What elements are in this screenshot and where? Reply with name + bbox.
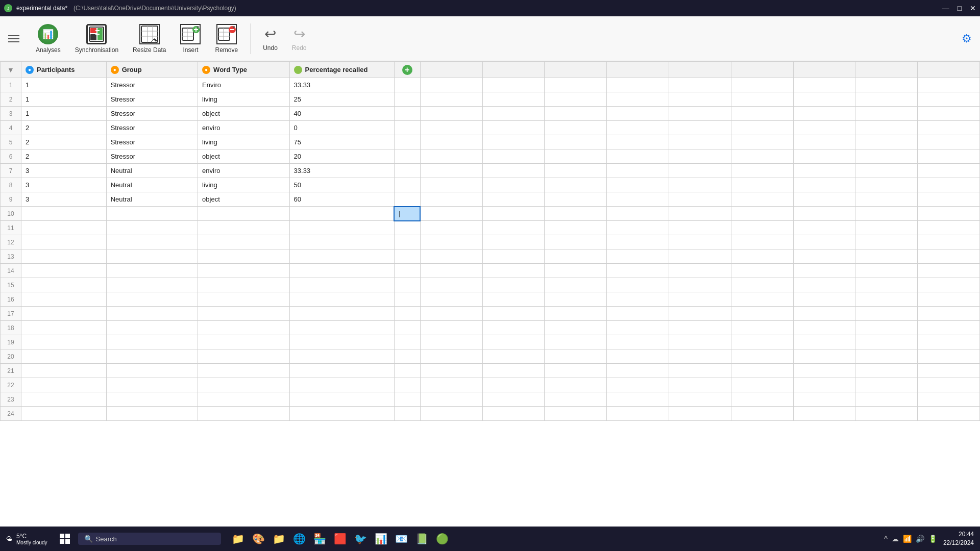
- cell-empty[interactable]: [669, 392, 731, 407]
- cell-empty[interactable]: [918, 92, 980, 107]
- cell-participants[interactable]: 1: [21, 78, 107, 92]
- cell-empty[interactable]: [607, 307, 669, 321]
- cell-participants[interactable]: [21, 307, 107, 321]
- taskbar-app-paint[interactable]: 🎨: [250, 530, 268, 548]
- cell-empty[interactable]: [731, 364, 793, 378]
- taskbar-app-folder[interactable]: 📁: [270, 530, 288, 548]
- cell-empty[interactable]: [669, 349, 731, 364]
- cell-empty[interactable]: [731, 164, 793, 178]
- cell-empty[interactable]: [420, 307, 482, 321]
- cell-extra-add[interactable]: [394, 121, 420, 135]
- taskbar-app-excel[interactable]: 📊: [372, 530, 390, 548]
- cell-percentage[interactable]: [289, 392, 394, 407]
- cell-empty[interactable]: [482, 235, 545, 249]
- cell-empty[interactable]: [669, 264, 731, 278]
- cell-empty[interactable]: [855, 307, 918, 321]
- cell-percentage[interactable]: [289, 335, 394, 349]
- cell-empty[interactable]: [855, 335, 918, 349]
- cell-empty[interactable]: [731, 292, 793, 307]
- cell-empty[interactable]: [669, 278, 731, 292]
- cell-empty[interactable]: [420, 207, 482, 221]
- cell-empty[interactable]: [482, 249, 545, 264]
- cell-empty[interactable]: [545, 121, 607, 135]
- cell-empty[interactable]: [607, 321, 669, 335]
- cell-group[interactable]: [106, 292, 198, 307]
- cell-empty[interactable]: [420, 292, 482, 307]
- cell-empty[interactable]: [420, 249, 482, 264]
- cell-empty[interactable]: [793, 235, 855, 249]
- cell-empty[interactable]: [482, 221, 545, 235]
- cell-group[interactable]: Neutral: [106, 178, 198, 192]
- cell-participants[interactable]: 1: [21, 107, 107, 121]
- cell-empty[interactable]: [545, 307, 607, 321]
- cell-group[interactable]: [106, 349, 198, 364]
- cell-extra-add[interactable]: [394, 349, 420, 364]
- cell-empty[interactable]: [669, 321, 731, 335]
- cell-empty[interactable]: [855, 407, 918, 421]
- cell-empty[interactable]: [669, 121, 731, 135]
- cell-empty[interactable]: [545, 378, 607, 392]
- cell-empty[interactable]: [482, 207, 545, 221]
- cell-empty[interactable]: [607, 392, 669, 407]
- cell-empty[interactable]: [545, 292, 607, 307]
- cell-empty[interactable]: [669, 364, 731, 378]
- cell-empty[interactable]: [855, 107, 918, 121]
- cell-empty[interactable]: [731, 235, 793, 249]
- cell-empty[interactable]: [482, 121, 545, 135]
- cell-extra-add[interactable]: [394, 378, 420, 392]
- cell-empty[interactable]: [607, 278, 669, 292]
- cell-extra-add[interactable]: [394, 335, 420, 349]
- cell-participants[interactable]: 3: [21, 164, 107, 178]
- cell-empty[interactable]: [918, 264, 980, 278]
- cell-empty[interactable]: [731, 321, 793, 335]
- cell-percentage[interactable]: 20: [289, 149, 394, 164]
- cell-extra-add[interactable]: [394, 264, 420, 278]
- cell-group[interactable]: [106, 321, 198, 335]
- cell-empty[interactable]: [669, 221, 731, 235]
- redo-button[interactable]: ↪ Redo: [286, 22, 313, 55]
- cell-empty[interactable]: [669, 292, 731, 307]
- cell-empty[interactable]: [731, 207, 793, 221]
- cell-group[interactable]: Stressor: [106, 92, 198, 107]
- cell-empty[interactable]: [918, 178, 980, 192]
- cell-group[interactable]: [106, 278, 198, 292]
- cell-participants[interactable]: 2: [21, 121, 107, 135]
- cell-empty[interactable]: [855, 392, 918, 407]
- cell-wordtype[interactable]: [198, 407, 289, 421]
- cell-empty[interactable]: [855, 349, 918, 364]
- cell-wordtype[interactable]: [198, 264, 289, 278]
- cell-empty[interactable]: [545, 149, 607, 164]
- cell-empty[interactable]: [855, 149, 918, 164]
- cell-empty[interactable]: [545, 192, 607, 207]
- cell-participants[interactable]: [21, 378, 107, 392]
- taskbar-search-box[interactable]: 🔍 Search: [78, 533, 221, 545]
- cell-wordtype[interactable]: object: [198, 192, 289, 207]
- cell-empty[interactable]: [607, 178, 669, 192]
- cell-empty[interactable]: [793, 249, 855, 264]
- cell-group[interactable]: Neutral: [106, 192, 198, 207]
- taskbar-app-jamovi[interactable]: 🟢: [433, 530, 452, 548]
- cell-empty[interactable]: [669, 92, 731, 107]
- cell-empty[interactable]: [607, 249, 669, 264]
- cell-wordtype[interactable]: [198, 235, 289, 249]
- cell-percentage[interactable]: [289, 221, 394, 235]
- cell-empty[interactable]: [420, 407, 482, 421]
- cell-empty[interactable]: [918, 307, 980, 321]
- cell-group[interactable]: [106, 364, 198, 378]
- cell-empty[interactable]: [607, 335, 669, 349]
- col-header-percentage[interactable]: ✏ Percentage recalled: [289, 62, 394, 78]
- cell-participants[interactable]: 1: [21, 92, 107, 107]
- cell-empty[interactable]: [545, 392, 607, 407]
- cell-percentage[interactable]: [289, 378, 394, 392]
- cell-empty[interactable]: [855, 235, 918, 249]
- cell-wordtype[interactable]: enviro: [198, 121, 289, 135]
- cell-empty[interactable]: [918, 192, 980, 207]
- cell-empty[interactable]: [607, 121, 669, 135]
- cell-group[interactable]: [106, 392, 198, 407]
- cell-empty[interactable]: [545, 207, 607, 221]
- cell-empty[interactable]: [420, 264, 482, 278]
- cell-empty[interactable]: [731, 178, 793, 192]
- cell-empty[interactable]: [855, 178, 918, 192]
- cell-empty[interactable]: [607, 378, 669, 392]
- taskbar-app-excel2[interactable]: 📗: [413, 530, 431, 548]
